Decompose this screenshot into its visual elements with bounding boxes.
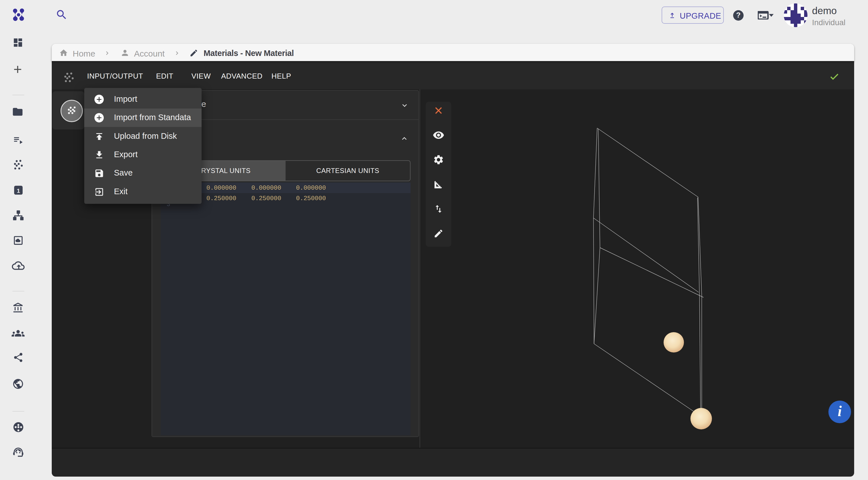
svg-text:1: 1 [17,187,20,194]
